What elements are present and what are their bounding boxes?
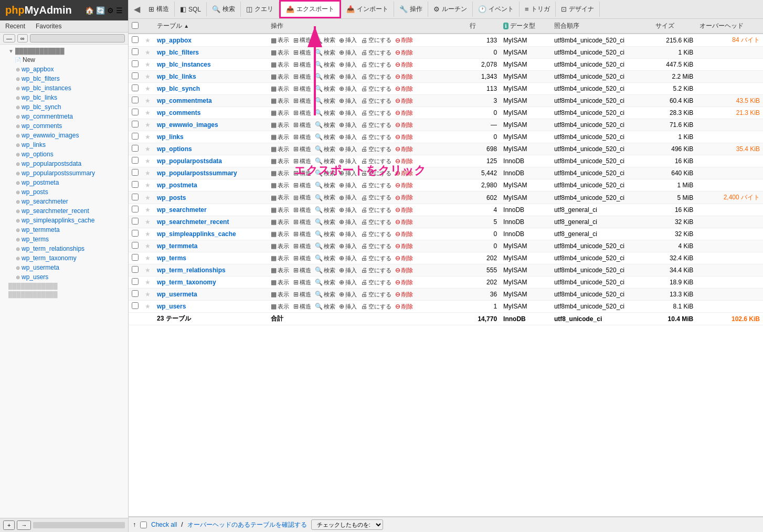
star-icon-8[interactable]: ★ xyxy=(145,133,151,141)
action-delete-0[interactable]: ⊖削除 xyxy=(395,36,413,44)
table-link-10[interactable]: wp_popularpostsdata xyxy=(157,157,222,165)
tree-link-wp_searchmeter[interactable]: wp_searchmeter xyxy=(22,198,68,205)
action-search-22[interactable]: 🔍検索 xyxy=(315,303,335,311)
row-check-17[interactable] xyxy=(132,242,139,249)
action-insert-1[interactable]: ⊕挿入 xyxy=(339,49,357,57)
action-delete-10[interactable]: ⊖削除 xyxy=(395,157,413,165)
tab-export[interactable]: 📤 エクスポート xyxy=(279,0,341,18)
table-link-22[interactable]: wp_users xyxy=(157,303,186,310)
sidebar-collapse-button[interactable]: — xyxy=(3,34,15,42)
star-icon-1[interactable]: ★ xyxy=(145,49,151,56)
action-structure-12[interactable]: ⊞構造 xyxy=(293,182,311,189)
action-structure-14[interactable]: ⊞構造 xyxy=(293,206,311,214)
with-selected-select[interactable]: チェックしたものを: xyxy=(311,519,383,530)
action-view-10[interactable]: ▦表示 xyxy=(271,157,289,165)
tree-link-wp_terms[interactable]: wp_terms xyxy=(22,236,49,243)
action-delete-13[interactable]: ⊖削除 xyxy=(395,194,413,201)
star-icon-13[interactable]: ★ xyxy=(145,194,151,201)
action-search-11[interactable]: 🔍検索 xyxy=(315,169,335,177)
tree-link-wp_blc_links[interactable]: wp_blc_links xyxy=(22,94,57,101)
action-empty-16[interactable]: 🖨空にする xyxy=(361,230,391,238)
action-view-22[interactable]: ▦表示 xyxy=(271,303,289,311)
row-check-2[interactable] xyxy=(132,60,139,67)
action-structure-2[interactable]: ⊞構造 xyxy=(293,61,311,69)
action-delete-4[interactable]: ⊖削除 xyxy=(395,85,413,93)
action-delete-3[interactable]: ⊖削除 xyxy=(395,73,413,81)
action-view-19[interactable]: ▦表示 xyxy=(271,267,289,274)
table-link-5[interactable]: wp_commentmeta xyxy=(157,97,212,104)
row-check-6[interactable] xyxy=(132,109,139,115)
action-view-8[interactable]: ▦表示 xyxy=(271,133,289,141)
action-view-5[interactable]: ▦表示 xyxy=(271,97,289,105)
action-empty-13[interactable]: 🖨空にする xyxy=(361,194,391,201)
action-delete-7[interactable]: ⊖削除 xyxy=(395,121,413,129)
tree-link-wp_postmeta[interactable]: wp_postmeta xyxy=(22,179,59,186)
action-search-8[interactable]: 🔍検索 xyxy=(315,133,335,141)
action-view-4[interactable]: ▦表示 xyxy=(271,85,289,93)
tab-sql[interactable]: ◧ SQL xyxy=(175,2,207,16)
action-structure-3[interactable]: ⊞構造 xyxy=(293,73,311,81)
table-link-6[interactable]: wp_comments xyxy=(157,109,200,116)
tab-routines[interactable]: ⚙ ルーチン xyxy=(428,2,473,17)
action-delete-19[interactable]: ⊖削除 xyxy=(395,267,413,274)
row-check-15[interactable] xyxy=(132,218,139,225)
action-search-1[interactable]: 🔍検索 xyxy=(315,49,335,57)
overhead-check-link[interactable]: オーバーヘッドのあるテーブルを確認する xyxy=(187,520,307,529)
tree-link-wp_searchmeter_recent[interactable]: wp_searchmeter_recent xyxy=(22,207,89,215)
table-link-18[interactable]: wp_terms xyxy=(157,254,186,262)
action-empty-9[interactable]: 🖨空にする xyxy=(361,145,391,153)
sidebar-item-wp_postmeta[interactable]: ⊕ wp_postmeta xyxy=(0,178,128,187)
action-insert-12[interactable]: ⊕挿入 xyxy=(339,182,357,189)
star-icon-15[interactable]: ★ xyxy=(145,218,151,226)
tab-query[interactable]: ◫ クエリ xyxy=(241,2,279,17)
action-insert-19[interactable]: ⊕挿入 xyxy=(339,267,357,274)
action-insert-18[interactable]: ⊕挿入 xyxy=(339,254,357,262)
sidebar-tab-favorites[interactable]: Favorites xyxy=(30,20,67,32)
table-link-0[interactable]: wp_appbox xyxy=(157,37,192,44)
action-search-0[interactable]: 🔍検索 xyxy=(315,36,335,44)
row-check-0[interactable] xyxy=(132,36,139,43)
action-structure-17[interactable]: ⊞構造 xyxy=(293,242,311,250)
action-search-2[interactable]: 🔍検索 xyxy=(315,61,335,69)
action-view-7[interactable]: ▦表示 xyxy=(271,121,289,129)
action-search-14[interactable]: 🔍検索 xyxy=(315,206,335,214)
sidebar-item-wp_ewwwio_images[interactable]: ⊕ wp_ewwwio_images xyxy=(0,131,128,140)
row-check-22[interactable] xyxy=(132,302,139,309)
sidebar-add-button[interactable]: + xyxy=(3,520,15,530)
header-table[interactable]: テーブル ▲ xyxy=(154,19,268,34)
action-insert-16[interactable]: ⊕挿入 xyxy=(339,230,357,238)
action-empty-1[interactable]: 🖨空にする xyxy=(361,49,391,57)
action-insert-7[interactable]: ⊕挿入 xyxy=(339,121,357,129)
action-search-5[interactable]: 🔍検索 xyxy=(315,97,335,105)
action-delete-17[interactable]: ⊖削除 xyxy=(395,242,413,250)
action-view-9[interactable]: ▦表示 xyxy=(271,145,289,153)
select-all-checkbox[interactable] xyxy=(132,22,139,29)
action-view-11[interactable]: ▦表示 xyxy=(271,169,289,177)
row-check-5[interactable] xyxy=(132,97,139,103)
sidebar-item-wp_blc_synch[interactable]: ⊕ wp_blc_synch xyxy=(0,102,128,112)
tab-structure[interactable]: ⊞ 構造 xyxy=(143,2,175,17)
tree-link-wp_blc_synch[interactable]: wp_blc_synch xyxy=(22,103,61,111)
more-icon[interactable]: ☰ xyxy=(116,6,123,15)
action-empty-3[interactable]: 🖨空にする xyxy=(361,73,391,81)
table-link-20[interactable]: wp_term_taxonomy xyxy=(157,279,216,286)
table-link-9[interactable]: wp_options xyxy=(157,145,192,153)
table-link-15[interactable]: wp_searchmeter_recent xyxy=(157,218,229,226)
star-icon-12[interactable]: ★ xyxy=(145,182,151,189)
tree-link-wp_commentmeta[interactable]: wp_commentmeta xyxy=(22,113,73,120)
action-delete-18[interactable]: ⊖削除 xyxy=(395,254,413,262)
action-structure-8[interactable]: ⊞構造 xyxy=(293,133,311,141)
action-empty-20[interactable]: 🖨空にする xyxy=(361,279,391,286)
star-icon-18[interactable]: ★ xyxy=(145,254,151,262)
row-check-14[interactable] xyxy=(132,206,139,212)
row-check-3[interactable] xyxy=(132,72,139,79)
action-empty-21[interactable]: 🖨空にする xyxy=(361,291,391,299)
action-structure-16[interactable]: ⊞構造 xyxy=(293,230,311,238)
row-check-21[interactable] xyxy=(132,290,139,297)
sidebar-item-wp_termmeta[interactable]: ⊕ wp_termmeta xyxy=(0,225,128,235)
action-structure-22[interactable]: ⊞構造 xyxy=(293,303,311,311)
action-search-15[interactable]: 🔍検索 xyxy=(315,218,335,226)
row-check-12[interactable] xyxy=(132,181,139,188)
action-view-2[interactable]: ▦表示 xyxy=(271,61,289,69)
check-all-checkbox[interactable] xyxy=(140,522,147,528)
